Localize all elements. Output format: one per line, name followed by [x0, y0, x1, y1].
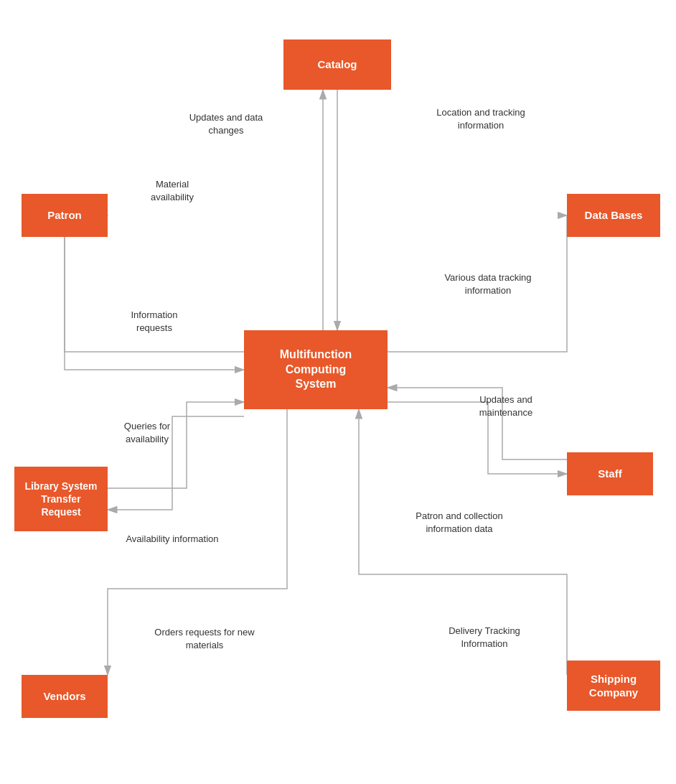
staff-box: Staff — [567, 452, 653, 495]
label-information-requests: Informationrequests — [108, 309, 201, 335]
label-orders-requests: Orders requests for newmaterials — [129, 626, 280, 652]
databases-box: Data Bases — [567, 194, 660, 237]
patron-box: Patron — [22, 194, 108, 237]
label-availability-info: Availability information — [115, 533, 230, 546]
multifunction-box: MultifunctionComputingSystem — [244, 330, 388, 409]
vendors-box: Vendors — [22, 675, 108, 718]
label-patron-collection: Patron and collectioninformation data — [388, 510, 531, 536]
label-delivery-tracking: Delivery TrackingInformation — [416, 625, 553, 650]
label-various-data: Various data trackinginformation — [416, 271, 560, 297]
label-material-availability: Materialavailability — [126, 178, 219, 204]
label-location-tracking: Location and trackinginformation — [420, 106, 542, 132]
catalog-box: Catalog — [283, 39, 391, 90]
shipping-box: ShippingCompany — [567, 661, 660, 711]
label-queries-availability: Queries foravailability — [100, 420, 194, 446]
library-box: Library SystemTransferRequest — [14, 467, 108, 531]
diagram: Catalog Patron Data Bases MultifunctionC… — [0, 0, 676, 784]
label-updates-maintenance: Updates andmaintenance — [452, 393, 560, 419]
label-updates-data-changes: Updates and data changes — [179, 111, 273, 137]
